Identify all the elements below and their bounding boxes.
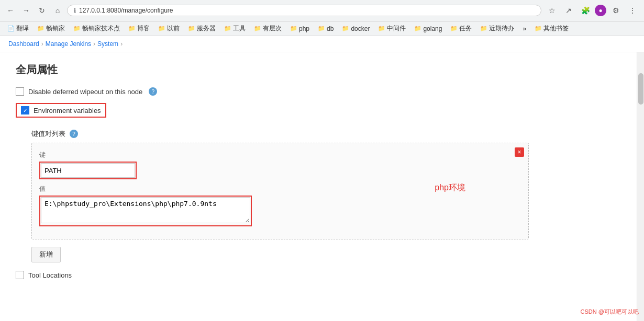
tool-locations-row: Tool Locations xyxy=(16,271,621,279)
home-button[interactable]: ⌂ xyxy=(51,4,64,17)
disable-deferred-help[interactable]: ? xyxy=(149,87,157,96)
bookmark-translate-label: 翻译 xyxy=(16,24,29,33)
breadcrumb-manage-jenkins[interactable]: Manage Jenkins xyxy=(46,40,91,48)
bookmark-golang-icon: 📁 xyxy=(414,25,421,32)
bookmarks-bar: 📄 翻译 📁 畅销家 📁 畅销家技术点 📁 博客 📁 以前 📁 服务器 📁 工具… xyxy=(0,21,644,36)
scrollbar-thumb[interactable] xyxy=(638,73,643,105)
breadcrumb-sep-2: › xyxy=(93,40,95,48)
bookmark-golang[interactable]: 📁 golang xyxy=(411,24,445,33)
url-text: 127.0.0.1:8080/manage/configure xyxy=(79,7,173,14)
forward-button[interactable]: → xyxy=(20,4,32,17)
bookmark-db-icon: 📁 xyxy=(318,25,325,32)
breadcrumb-sep-1: › xyxy=(41,40,43,48)
profile-icon[interactable]: ● xyxy=(595,5,606,16)
key-input[interactable] xyxy=(41,163,135,178)
scrollbar[interactable] xyxy=(637,52,644,321)
kv-section-label: 键值对列表 ? xyxy=(31,129,621,139)
bookmark-3-icon: 📁 xyxy=(128,25,136,32)
bookmark-2-label: 畅销家技术点 xyxy=(82,24,120,33)
bookmark-more[interactable]: » xyxy=(519,24,529,33)
main-content: 全局属性 Disable deferred wipeout on this no… xyxy=(0,52,637,321)
translate-icon: 📄 xyxy=(7,25,15,32)
tool-locations-checkbox[interactable] xyxy=(16,271,24,279)
key-input-wrapper xyxy=(39,162,137,179)
bookmark-php-icon: 📁 xyxy=(290,25,297,32)
bookmark-db-label: db xyxy=(327,25,334,32)
disable-deferred-row: Disable deferred wipeout on this node ? xyxy=(16,87,621,96)
bookmark-other-icon: 📁 xyxy=(535,25,542,32)
env-vars-section: Environment variables xyxy=(16,103,621,123)
bookmark-docker[interactable]: 📁 docker xyxy=(339,24,373,33)
csdn-watermark: CSDN @可以吧可以吧 xyxy=(581,308,639,316)
disable-deferred-checkbox[interactable] xyxy=(16,87,24,96)
breadcrumb-sep-3: › xyxy=(120,40,123,48)
disable-deferred-label: Disable deferred wipeout on this node xyxy=(28,88,142,96)
kv-section: 键值对列表 ? × php环境 键 xyxy=(31,129,621,239)
bookmark-php[interactable]: 📁 php xyxy=(287,24,313,33)
bookmark-6[interactable]: 📁 工具 xyxy=(221,23,249,34)
breadcrumb: Dashboard › Manage Jenkins › System › xyxy=(0,36,644,52)
bookmark-3[interactable]: 📁 博客 xyxy=(125,23,153,34)
page-title: 全局属性 xyxy=(16,63,621,77)
php-annotation: php环境 xyxy=(435,182,465,193)
bookmark-middleware-label: 中间件 xyxy=(387,24,406,33)
kv-section-help[interactable]: ? xyxy=(70,130,78,138)
env-vars-label: Environment variables xyxy=(34,107,101,114)
bookmark-3-label: 博客 xyxy=(137,24,150,33)
bookmark-7-label: 有层次 xyxy=(263,24,282,33)
bookmark-5-label: 服务器 xyxy=(197,24,216,33)
bookmark-star-icon[interactable]: ☆ xyxy=(545,3,559,18)
bookmark-1-label: 畅销家 xyxy=(46,24,65,33)
bookmark-more-label: » xyxy=(523,25,526,32)
refresh-button[interactable]: ↻ xyxy=(36,4,48,17)
env-vars-checkbox[interactable] xyxy=(21,106,29,114)
breadcrumb-system[interactable]: System xyxy=(97,40,118,48)
settings-icon[interactable]: ⚙ xyxy=(608,3,623,18)
bookmark-tasks-label: 任务 xyxy=(459,24,472,33)
bookmark-tasks[interactable]: 📁 任务 xyxy=(447,23,475,34)
bookmark-php-label: php xyxy=(299,25,309,32)
value-input-wrapper: E:\phpstudy_pro\Extensions\php\php7.0.9n… xyxy=(39,196,252,226)
bookmark-recent[interactable]: 📁 近期待办 xyxy=(477,23,517,34)
bookmark-other-label: 其他书签 xyxy=(543,24,569,33)
share-icon[interactable]: ↗ xyxy=(561,3,576,18)
bookmark-7-icon: 📁 xyxy=(254,25,261,32)
kv-close-button[interactable]: × xyxy=(515,147,524,157)
bookmark-recent-label: 近期待办 xyxy=(489,24,514,33)
breadcrumb-dashboard[interactable]: Dashboard xyxy=(8,40,39,48)
bookmark-5[interactable]: 📁 服务器 xyxy=(185,23,219,34)
bookmark-middleware[interactable]: 📁 中间件 xyxy=(375,23,409,34)
bookmark-7[interactable]: 📁 有层次 xyxy=(251,23,285,34)
bookmark-other[interactable]: 📁 其他书签 xyxy=(531,23,572,34)
address-bar[interactable]: ℹ 127.0.0.1:8080/manage/configure xyxy=(67,5,541,16)
bookmark-4-label: 以前 xyxy=(167,24,180,33)
bookmark-1-icon: 📁 xyxy=(37,25,45,32)
page-wrapper: 全局属性 Disable deferred wipeout on this no… xyxy=(0,52,644,321)
bookmark-6-label: 工具 xyxy=(233,24,246,33)
back-button[interactable]: ← xyxy=(4,4,17,17)
add-button-row: 新增 xyxy=(31,247,621,262)
bookmark-db[interactable]: 📁 db xyxy=(315,24,337,33)
bookmark-4[interactable]: 📁 以前 xyxy=(155,23,183,34)
bookmark-tasks-icon: 📁 xyxy=(450,25,458,32)
browser-actions: ☆ ↗ 🧩 ● ⚙ ⋮ xyxy=(545,3,640,18)
bookmark-recent-icon: 📁 xyxy=(480,25,487,32)
bookmark-1[interactable]: 📁 畅销家 xyxy=(34,23,68,34)
browser-chrome: ← → ↻ ⌂ ℹ 127.0.0.1:8080/manage/configur… xyxy=(0,0,644,21)
kv-entry-container: × php环境 键 值 E:\phpstudy_pro\Extensions\p… xyxy=(31,143,529,239)
env-vars-checkbox-row: Environment variables xyxy=(16,103,106,118)
extensions-icon[interactable]: 🧩 xyxy=(578,3,593,18)
more-icon[interactable]: ⋮ xyxy=(625,3,640,18)
add-button[interactable]: 新增 xyxy=(31,247,61,262)
bookmark-translate[interactable]: 📄 翻译 xyxy=(4,23,32,34)
lock-icon: ℹ xyxy=(74,7,76,14)
bookmark-2-icon: 📁 xyxy=(73,25,81,32)
bookmark-docker-label: docker xyxy=(351,25,370,32)
bookmark-6-icon: 📁 xyxy=(224,25,231,32)
key-field-group: 键 xyxy=(39,151,521,179)
tool-locations-label: Tool Locations xyxy=(28,271,72,279)
bookmark-docker-icon: 📁 xyxy=(342,25,349,32)
bookmark-2[interactable]: 📁 畅销家技术点 xyxy=(70,23,123,34)
value-input[interactable]: E:\phpstudy_pro\Extensions\php\php7.0.9n… xyxy=(41,197,250,223)
bookmark-middleware-icon: 📁 xyxy=(378,25,385,32)
